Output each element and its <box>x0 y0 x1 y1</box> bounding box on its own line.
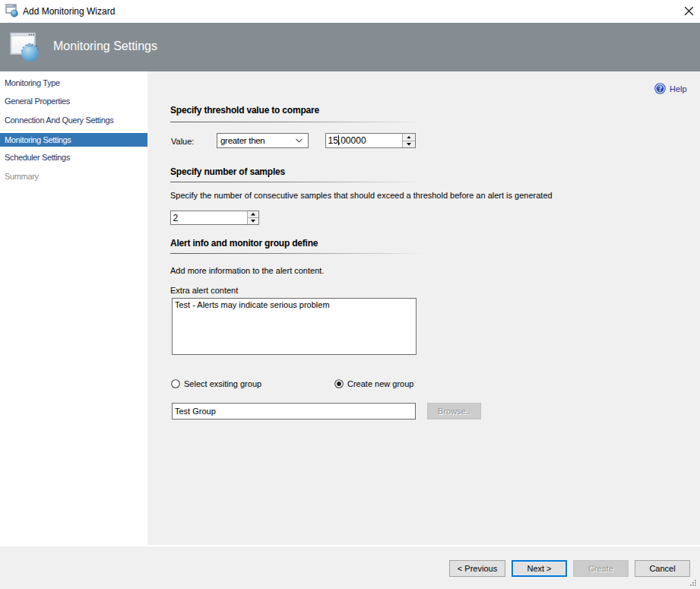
help-link[interactable]: ? Help <box>654 83 687 94</box>
create-new-group-label: Create new group <box>347 379 413 388</box>
samples-count-input[interactable]: 2 <box>170 211 259 225</box>
create-button[interactable]: Create <box>573 560 629 577</box>
spin-down-button[interactable] <box>403 141 415 148</box>
operator-selected-value: greater then <box>220 134 264 147</box>
help-label: Help <box>670 84 687 93</box>
threshold-section-rule <box>170 122 424 122</box>
alert-group-section-rule <box>170 253 424 254</box>
alert-group-section-heading: Alert info and monitor group define <box>170 238 318 249</box>
spin-down-button[interactable] <box>248 218 258 224</box>
browse-button[interactable]: Browse.. <box>427 403 481 420</box>
samples-section-rule <box>170 182 424 182</box>
cancel-button[interactable]: Cancel <box>635 560 690 577</box>
wizard-app-icon <box>5 4 18 17</box>
banner-title: Monitoring Settings <box>53 23 157 71</box>
samples-description: Specify the number of consecutive sample… <box>170 191 553 200</box>
previous-button[interactable]: < Previous <box>449 560 505 577</box>
operator-select[interactable]: greater then <box>217 133 309 148</box>
threshold-spinner <box>402 134 415 147</box>
spin-up-button[interactable] <box>403 134 415 141</box>
samples-spinner <box>247 211 258 224</box>
spin-up-button[interactable] <box>248 211 258 218</box>
group-name-input[interactable] <box>172 403 416 420</box>
window-title: Add Monitoring Wizard <box>23 0 115 23</box>
select-existing-group-label: Select exsiting group <box>184 379 261 388</box>
threshold-value-input[interactable]: 15,00000 <box>325 133 416 148</box>
value-label: Value: <box>171 137 194 146</box>
title-bar: Add Monitoring Wizard <box>0 0 700 23</box>
add-monitoring-wizard-window: Add Monitoring Wizard <box>0 0 700 589</box>
resize-grip[interactable] <box>688 578 698 588</box>
wizard-banner: Monitoring Settings <box>0 23 700 71</box>
create-new-group-radio[interactable]: Create new group <box>334 379 413 388</box>
text-caret <box>338 135 339 145</box>
threshold-value-text: 15,00000 <box>328 134 366 147</box>
arrow-down-icon <box>251 220 255 223</box>
sidebar-item-connection-and-query-settings[interactable]: Connection And Query Settings <box>0 113 147 127</box>
arrow-down-icon <box>407 143 411 146</box>
footer-separator <box>0 545 700 546</box>
radio-checked-icon <box>334 379 344 388</box>
radio-unchecked-icon <box>171 379 180 388</box>
wizard-steps-sidebar: Monitoring Type General Properties Conne… <box>0 71 147 546</box>
sidebar-item-summary[interactable]: Summary <box>0 169 147 183</box>
sidebar-item-monitoring-type[interactable]: Monitoring Type <box>0 76 147 90</box>
help-icon: ? <box>654 83 666 94</box>
sidebar-item-monitoring-settings[interactable]: Monitoring Settings <box>0 133 147 147</box>
samples-count-text: 2 <box>173 211 179 224</box>
chevron-down-icon <box>296 138 302 143</box>
sidebar-item-scheduler-settings[interactable]: Scheduler Settings <box>0 150 147 164</box>
extra-alert-content-textarea[interactable] <box>172 298 417 355</box>
svg-text:?: ? <box>658 84 662 93</box>
sidebar-item-general-properties[interactable]: General Properties <box>0 94 147 108</box>
close-icon[interactable] <box>683 5 695 17</box>
alert-group-description: Add more information to the alert conten… <box>170 266 324 275</box>
samples-section-heading: Specify number of samples <box>170 166 285 177</box>
next-button[interactable]: Next > <box>512 560 567 577</box>
extra-alert-content-label: Extra alert content <box>170 286 238 295</box>
arrow-up-icon <box>251 213 255 216</box>
arrow-up-icon <box>407 136 411 139</box>
select-existing-group-radio[interactable]: Select exsiting group <box>171 379 261 388</box>
monitoring-settings-icon <box>10 32 40 63</box>
threshold-section-heading: Specify threshold value to compare <box>170 105 319 116</box>
